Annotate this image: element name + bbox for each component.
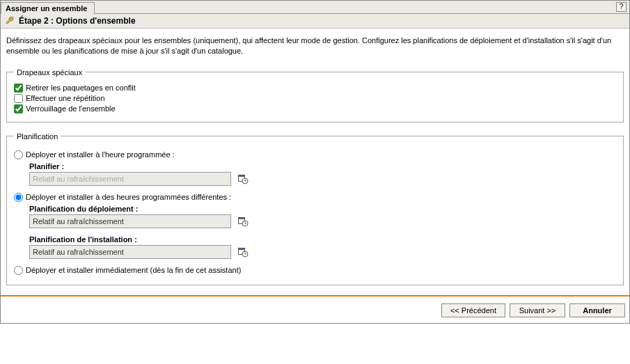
window-tab: Assigner un ensemble [1,2,95,14]
schedule-option-label: Déployer et installer immédiatement (dès… [26,266,241,274]
flag-row-lock: Verrouillage de l'ensemble [14,104,616,113]
flag-label: Effectuer une répétition [26,94,105,102]
calendar-clock-icon [237,173,249,184]
schedule-fieldset: Planification Déployer et installer à l'… [6,132,624,285]
schedule-block-planifier: Planifier : [29,162,616,186]
next-button[interactable]: Suivant >> [510,303,565,317]
content-area: Définissez des drapeaux spéciaux pour le… [1,29,629,285]
flag-row-repeat: Effectuer une répétition [14,94,616,103]
footer-divider [1,295,629,296]
step-title: Étape 2 : Options d'ensemble [19,16,136,26]
cancel-button[interactable]: Annuler [569,303,625,317]
schedule-input-deploy[interactable] [29,214,231,228]
calendar-button[interactable] [237,215,249,228]
schedule-block-install: Planification de l'installation : [29,235,616,259]
schedule-input-row [29,214,616,228]
schedule-input-row [29,245,616,259]
flag-label: Verrouillage de l'ensemble [26,104,116,113]
prev-button[interactable]: << Précédent [441,303,505,317]
schedule-option-label: Déployer et installer à des heures progr… [26,193,231,201]
svg-rect-1 [239,175,245,176]
help-button[interactable]: ? [616,2,627,12]
schedule-input-planifier[interactable] [29,172,231,186]
svg-rect-7 [239,248,245,249]
title-bar: Assigner un ensemble ? [1,1,629,14]
schedule-radio-immediate[interactable] [14,266,23,275]
schedule-legend: Planification [14,132,61,141]
schedule-radio-same-time[interactable] [14,150,23,159]
schedule-radio-different-times[interactable] [14,193,23,202]
help-icon: ? [620,3,624,10]
flag-checkbox-remove-conflicting[interactable] [14,84,23,93]
schedule-field-label: Planification du déploiement : [29,205,616,213]
wrench-icon [5,16,15,26]
flag-checkbox-lock[interactable] [14,104,23,113]
wizard-window: Assigner un ensemble ? Étape 2 : Options… [0,0,630,324]
schedule-block-deploy: Planification du déploiement : [29,205,616,228]
calendar-button[interactable] [237,173,249,185]
schedule-option-different-times: Déployer et installer à des heures progr… [14,193,616,202]
tab-title-text: Assigner un ensemble [6,4,87,13]
calendar-clock-icon [237,216,249,227]
flags-legend: Drapeaux spéciaux [14,68,85,77]
schedule-field-label: Planification de l'installation : [29,235,616,244]
description-text: Définissez des drapeaux spéciaux pour le… [6,35,624,57]
svg-rect-4 [239,217,245,219]
flags-fieldset: Drapeaux spéciaux Retirer les paquetages… [6,68,624,122]
flag-label: Retirer les paquetages en conflit [26,84,136,92]
step-bar: Étape 2 : Options d'ensemble [1,14,629,29]
schedule-option-immediate: Déployer et installer immédiatement (dès… [14,266,616,275]
schedule-option-same-time: Déployer et installer à l'heure programm… [14,150,616,159]
flag-row-remove-conflicting: Retirer les paquetages en conflit [14,84,616,93]
calendar-clock-icon [237,246,249,258]
flag-checkbox-repeat[interactable] [14,94,23,103]
schedule-input-install[interactable] [29,245,231,259]
button-row: << Précédent Suivant >> Annuler [1,303,629,323]
schedule-input-row [29,172,616,186]
calendar-button[interactable] [237,246,249,258]
schedule-option-label: Déployer et installer à l'heure programm… [26,150,175,159]
schedule-field-label: Planifier : [29,162,616,171]
